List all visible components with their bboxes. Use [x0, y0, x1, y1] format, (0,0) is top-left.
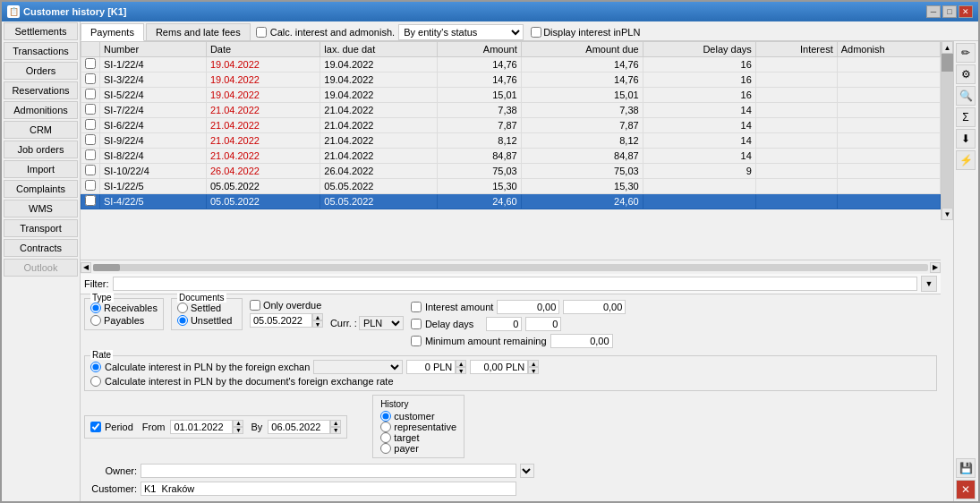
entity-status-select[interactable]: By entity's status [398, 24, 524, 40]
calc-checkbox[interactable] [256, 27, 267, 38]
only-overdue-checkbox[interactable] [250, 300, 260, 311]
amounts-section: Interest amount Delay days [411, 300, 626, 348]
by-date-input[interactable] [268, 420, 330, 434]
history-representative-radio[interactable] [380, 422, 391, 432]
settled-radio[interactable] [177, 303, 188, 313]
sidebar-item-crm[interactable]: CRM [4, 121, 78, 139]
history-customer-radio[interactable] [380, 411, 391, 422]
owner-dropdown[interactable]: ▼ [520, 464, 534, 478]
tab-payments[interactable]: Payments [81, 23, 144, 41]
minimize-button[interactable]: ─ [926, 5, 941, 18]
tab-rems[interactable]: Rems and late fees [146, 23, 251, 40]
sidebar-item-contracts[interactable]: Contracts [4, 239, 78, 257]
date-up-btn[interactable]: ▲ [312, 313, 323, 320]
history-payer-radio[interactable] [380, 443, 391, 454]
customer-input[interactable] [141, 482, 516, 496]
from-up[interactable]: ▲ [233, 420, 243, 427]
sidebar-item-job-orders[interactable]: Job orders [4, 141, 78, 158]
close-window-button[interactable]: ✕ [959, 5, 973, 18]
sidebar-item-transport[interactable]: Transport [4, 219, 78, 237]
table-row[interactable]: SI-1/22/419.04.202219.04.202214,7614,761… [81, 57, 941, 72]
rate-radio2[interactable] [90, 376, 101, 387]
table-row[interactable]: SI-3/22/419.04.202219.04.202214,7614,761… [81, 72, 941, 88]
cell-interest [755, 194, 837, 209]
by-down[interactable]: ▼ [330, 427, 341, 434]
table-row[interactable]: SI-1/22/505.05.202205.05.202215,3015,30 [81, 179, 941, 194]
pln2-input[interactable] [470, 360, 528, 374]
interest-amount-checkbox[interactable] [411, 302, 422, 312]
history-representative-label: representative [394, 422, 456, 432]
sidebar-item-settlements[interactable]: Settlements [4, 22, 78, 40]
date-down-btn[interactable]: ▼ [312, 320, 323, 328]
table-row[interactable]: SI-5/22/419.04.202219.04.202215,0115,011… [81, 88, 941, 103]
scroll-right-arrow[interactable]: ▶ [930, 262, 941, 273]
min-amount-val[interactable] [550, 334, 613, 348]
unsettled-radio[interactable] [177, 315, 188, 326]
main-content: Settlements Transactions Orders Reservat… [2, 21, 978, 501]
payables-radio[interactable] [90, 315, 101, 326]
display-interest-checkbox[interactable] [531, 27, 541, 38]
sidebar-item-reservations[interactable]: Reservations [4, 81, 78, 99]
pln2-spinner: ▲▼ [470, 360, 539, 374]
col-number: Number [100, 42, 207, 57]
table-row[interactable]: SI-10/22/426.04.202226.04.202275,0375,03… [81, 164, 941, 179]
table-row[interactable]: SI-4/22/505.05.202205.05.202224,6024,60 [81, 194, 941, 209]
min-amount-checkbox[interactable] [411, 336, 422, 346]
sum-button[interactable]: Σ [956, 107, 976, 127]
pln1-input[interactable] [406, 360, 456, 374]
sidebar-item-complaints[interactable]: Complaints [4, 180, 78, 198]
search-button[interactable]: 🔍 [956, 86, 976, 106]
scroll-track-v[interactable] [942, 54, 953, 208]
from-date-input[interactable] [170, 420, 233, 434]
settings-button[interactable]: ⚙ [956, 64, 976, 84]
delay-val2[interactable] [525, 317, 561, 331]
interest-val2[interactable] [563, 300, 626, 314]
scroll-track[interactable] [93, 264, 928, 271]
cell-number: SI-1/22/4 [100, 57, 207, 72]
documents-group: Documents Settled Unsettled [171, 298, 243, 330]
scroll-thumb-v[interactable] [942, 54, 953, 72]
pln1-down[interactable]: ▼ [456, 367, 466, 374]
lightning-button[interactable]: ⚡ [956, 150, 976, 170]
table-row[interactable]: SI-8/22/421.04.202221.04.202284,8784,871… [81, 149, 941, 164]
filter-dropdown-btn[interactable]: ▼ [921, 276, 937, 292]
owner-input[interactable] [141, 464, 516, 478]
scroll-up-arrow[interactable]: ▲ [942, 41, 953, 54]
rate-label1: Calculate interest in PLN by the foreign… [105, 362, 310, 372]
filter-input[interactable] [113, 277, 918, 291]
currency-select[interactable]: PLN [359, 316, 404, 330]
scroll-down-arrow[interactable]: ▼ [942, 208, 953, 220]
receivables-radio[interactable] [90, 303, 101, 313]
sidebar-item-orders[interactable]: Orders [4, 62, 78, 80]
col-admonish: Admonish [837, 42, 940, 57]
pln2-up[interactable]: ▲ [528, 360, 539, 367]
rate-dropdown[interactable] [313, 360, 403, 374]
table-row[interactable]: SI-7/22/421.04.202221.04.20227,387,3814 [81, 103, 941, 118]
cell-amount-due: 15,01 [521, 88, 643, 103]
history-target-radio[interactable] [380, 432, 391, 443]
only-overdue-item: Only overdue [250, 300, 323, 311]
by-up[interactable]: ▲ [330, 420, 341, 427]
sidebar-item-transactions[interactable]: Transactions [4, 42, 78, 60]
close-panel-button[interactable]: ✕ [956, 480, 976, 499]
sidebar-item-import[interactable]: Import [4, 160, 78, 178]
scroll-left-arrow[interactable]: ◀ [81, 262, 91, 273]
rate-radio1[interactable] [90, 362, 101, 372]
save-button[interactable]: 💾 [956, 458, 976, 478]
table-row[interactable]: SI-9/22/421.04.202221.04.20228,128,1214 [81, 133, 941, 149]
sidebar-item-admonitions[interactable]: Admonitions [4, 101, 78, 119]
pln1-up[interactable]: ▲ [456, 360, 466, 367]
download-button[interactable]: ⬇ [956, 129, 976, 149]
scroll-thumb[interactable] [93, 264, 120, 271]
table-row[interactable]: SI-6/22/421.04.202221.04.20227,877,8714 [81, 118, 941, 133]
interest-val1[interactable] [497, 300, 559, 314]
from-down[interactable]: ▼ [233, 427, 243, 434]
edit-button[interactable]: ✏ [956, 43, 976, 63]
restore-button[interactable]: □ [942, 5, 957, 18]
sidebar-item-wms[interactable]: WMS [4, 200, 78, 217]
period-checkbox[interactable] [90, 422, 101, 432]
delay-val1[interactable] [486, 317, 522, 331]
date-input[interactable] [250, 313, 312, 328]
delay-days-checkbox[interactable] [411, 319, 422, 329]
pln2-down[interactable]: ▼ [528, 367, 539, 374]
